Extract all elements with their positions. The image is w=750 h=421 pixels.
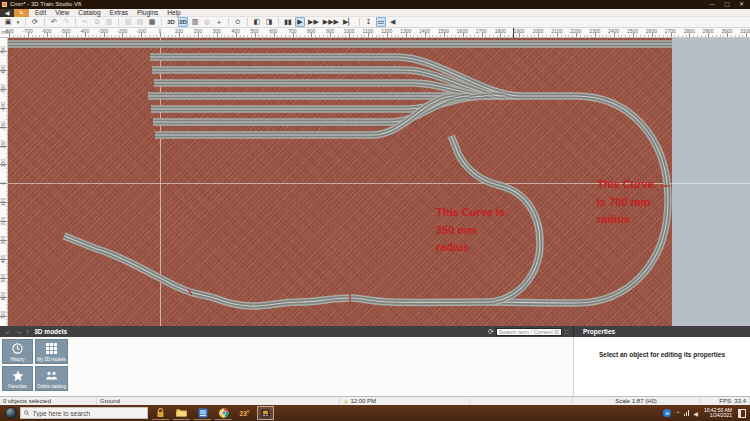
- status-fps: FPS: 33.4: [700, 397, 750, 405]
- tile-label: Online catalog: [36, 384, 67, 389]
- menu-view[interactable]: View: [55, 9, 69, 16]
- status-selection: 0 objects selected: [0, 397, 97, 405]
- v-ruler-label: 0: [0, 177, 6, 189]
- toolbar-reload-button[interactable]: ⟳: [30, 17, 40, 27]
- weather-temperature: 23°: [240, 410, 250, 417]
- toolbar-view-3d-button[interactable]: 3D: [166, 17, 176, 27]
- toolbar-save-button[interactable]: ▣: [3, 17, 13, 27]
- taskbar-search-input[interactable]: [33, 410, 144, 417]
- tile-label: History: [3, 357, 32, 362]
- menu-extras[interactable]: Extras: [110, 9, 128, 16]
- taskbar-search[interactable]: [20, 407, 148, 419]
- v-ruler-label: -500: [0, 83, 6, 95]
- toolbar-separator: [161, 18, 162, 26]
- file-explorer-icon[interactable]: [173, 406, 190, 420]
- toolbar-separator: [359, 18, 360, 26]
- minimize-button[interactable]: —: [709, 0, 715, 9]
- toolbar-fast-forward-button[interactable]: ▶▶: [307, 17, 320, 27]
- toolbar-bulb-button[interactable]: ◍: [202, 17, 212, 27]
- v-ruler-label: 700: [0, 309, 6, 321]
- toolbar-panel-right-button[interactable]: ◨: [264, 17, 274, 27]
- people-icon: [45, 371, 58, 381]
- catalog-tile-online-catalog[interactable]: Online catalog: [35, 366, 68, 391]
- vertical-ruler: -700-600-500-400-300-200-100010020030040…: [0, 38, 8, 326]
- toolbar-faster-forward-button[interactable]: ▶▶▶: [322, 17, 340, 27]
- toolbar-redo-button[interactable]: ↷: [61, 17, 71, 27]
- star-icon: [12, 370, 24, 382]
- draw-tool-button[interactable]: ✎: [14, 9, 29, 17]
- catalog-up-icon[interactable]: ↑: [26, 328, 29, 335]
- taskbar-clock[interactable]: 10:42:50 AM 1/24/2021: [702, 408, 734, 419]
- canvas-annotation: This Curve is 350 mm radius: [436, 204, 505, 257]
- tray-browser-icon[interactable]: e: [663, 409, 671, 417]
- v-ruler-label: 500: [0, 272, 6, 284]
- volume-tray-icon[interactable]: ◀: [693, 410, 698, 417]
- toolbar-paint-button[interactable]: ▩: [147, 17, 157, 27]
- menu-edit[interactable]: Edit: [35, 9, 46, 16]
- v-ruler-label: 600: [0, 290, 6, 302]
- toolbar-ungroup-button[interactable]: ▨: [135, 17, 145, 27]
- toolbar-separator: [75, 18, 76, 26]
- close-button[interactable]: ✕: [739, 0, 744, 9]
- media-app-icon[interactable]: [194, 406, 211, 420]
- catalog-forward-icon[interactable]: →: [16, 328, 23, 335]
- toolbar-panel-left-button[interactable]: ◧: [252, 17, 262, 27]
- tile-label: Favorites: [3, 384, 32, 389]
- vault-app-icon[interactable]: [152, 406, 169, 420]
- catalog-refresh-icon[interactable]: ⟳: [486, 327, 496, 336]
- layout-canvas[interactable]: This Curve is 350 mm radiusThis Curve is…: [0, 38, 750, 326]
- catalog-search-input[interactable]: [496, 328, 562, 336]
- tray-overflow-chevron-icon[interactable]: ⌃: [675, 410, 680, 417]
- weather-widget[interactable]: 23°: [236, 406, 253, 420]
- toolbar-volume-button[interactable]: ◀: [388, 17, 398, 27]
- toolbar-layers-button[interactable]: ▥: [190, 17, 200, 27]
- catalog-panel-title: 3D models: [34, 328, 67, 335]
- v-ruler-label: 300: [0, 234, 6, 246]
- toolbar-mute-button[interactable]: ▭: [376, 17, 386, 27]
- grid-icon: [46, 343, 57, 354]
- track-segment[interactable]: [64, 96, 668, 306]
- catalog-tile-favorites[interactable]: Favorites: [2, 366, 33, 391]
- toolbar-download-button[interactable]: ↧: [364, 17, 374, 27]
- track-segment[interactable]: [155, 96, 455, 135]
- train-studio-app-icon[interactable]: [257, 406, 274, 420]
- v-ruler-label: -600: [0, 64, 6, 76]
- properties-panel-title: Properties: [583, 328, 615, 335]
- content-id-toggle-icon[interactable]: ∷: [562, 327, 571, 336]
- ruler-cursor-marker: [513, 28, 514, 38]
- app-icon: [2, 2, 7, 7]
- toolbar-dropdown-caret-button[interactable]: ▾: [15, 17, 21, 27]
- toolbar-add-button[interactable]: +: [214, 17, 224, 27]
- status-sim-time: ☀12:00 PM: [340, 397, 470, 405]
- properties-panel: Select an object for editing its propert…: [573, 337, 750, 396]
- toolbar-cut-button[interactable]: ✂: [80, 17, 90, 27]
- catalog-tile-history[interactable]: History: [2, 339, 33, 364]
- network-icon[interactable]: [684, 410, 689, 416]
- start-button[interactable]: [5, 407, 17, 419]
- status-scale: Scale 1:87 (H0): [573, 397, 700, 405]
- panel-divider: [573, 326, 574, 337]
- v-ruler-label: -100: [0, 158, 6, 170]
- menu-catalog[interactable]: Catalog: [78, 9, 100, 16]
- menu-help[interactable]: Help: [167, 9, 180, 16]
- title-bar: Cmrr* - 3D Train Studio V6 — ▢ ✕: [0, 0, 750, 9]
- catalog-tile-my-3d-models[interactable]: My 3D models: [35, 339, 68, 364]
- action-center-icon[interactable]: [738, 409, 746, 418]
- toolbar-clock-button[interactable]: ⊙: [233, 17, 243, 27]
- toolbar-paste-button[interactable]: ▥: [104, 17, 114, 27]
- chrome-icon[interactable]: [215, 406, 232, 420]
- toolbar-pause-button[interactable]: ▮▮: [283, 17, 293, 27]
- toolbar-copy-button[interactable]: ⧉: [92, 17, 102, 27]
- toolbar-group-button[interactable]: ▧: [123, 17, 133, 27]
- models-area: HistoryMy 3D modelsFavoritesOnline catal…: [0, 337, 573, 396]
- catalog-back-icon[interactable]: ←: [5, 328, 12, 335]
- toolbar-play-button[interactable]: ▶: [295, 17, 305, 27]
- back-button[interactable]: ◀: [0, 9, 14, 17]
- properties-empty-text: Select an object for editing its propert…: [574, 351, 750, 358]
- toolbar-undo-button[interactable]: ↶: [49, 17, 59, 27]
- maximize-button[interactable]: ▢: [724, 0, 730, 9]
- menu-plugins[interactable]: Plugins: [137, 9, 158, 16]
- toolbar-skip-end-button[interactable]: ▶▏: [342, 17, 355, 27]
- toolbar-view-2d-button[interactable]: 2D: [178, 17, 188, 27]
- app-window: Cmrr* - 3D Train Studio V6 — ▢ ✕ ◀ ✎ Edi…: [0, 0, 750, 421]
